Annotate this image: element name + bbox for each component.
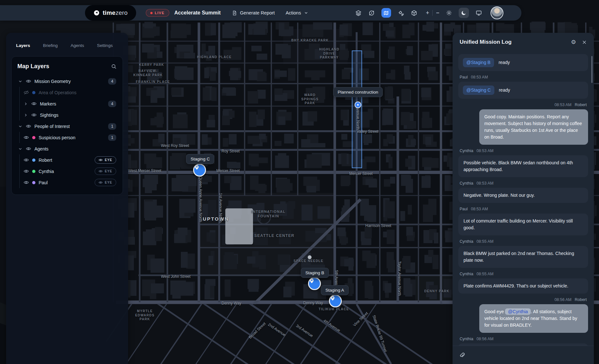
message: Cynthia08:53 AM Possible vehicle. Black … bbox=[458, 149, 588, 177]
moon-icon[interactable] bbox=[459, 8, 469, 18]
layer-label: Area of Operations bbox=[39, 90, 77, 95]
sun-icon[interactable] bbox=[446, 10, 452, 16]
layer-label: People of Interest bbox=[34, 124, 70, 129]
mention-chip[interactable]: @Staging C bbox=[463, 86, 494, 95]
follow-eye-button[interactable]: EYE bbox=[95, 156, 116, 164]
eye-icon[interactable] bbox=[31, 101, 37, 106]
chevron-right-icon[interactable] bbox=[23, 102, 28, 106]
tab-layers[interactable]: Layers bbox=[16, 43, 30, 48]
message: 08:56 AMRobert Good eye @Cynthia. All st… bbox=[458, 297, 588, 333]
location-pin-icon bbox=[309, 278, 314, 284]
eye-off-icon[interactable] bbox=[23, 90, 29, 95]
actions-dropdown[interactable]: Actions bbox=[286, 10, 309, 15]
eye-icon[interactable] bbox=[26, 123, 31, 129]
layer-item-people-of-interest[interactable]: People of Interest 1 bbox=[16, 121, 118, 132]
tab-briefing[interactable]: Briefing bbox=[43, 43, 58, 48]
top-navbar: timezero LIVE Accelerate Summit Generate… bbox=[0, 5, 521, 21]
gear-icon[interactable]: ⚙ bbox=[571, 39, 576, 45]
message-list[interactable]: @Staging B ready Paul08:53 AM @Staging C… bbox=[453, 51, 594, 346]
layer-label: Suspicious person bbox=[39, 135, 75, 140]
staging-b-tooltip: Staging B bbox=[301, 268, 329, 278]
layer-color-dot bbox=[32, 91, 35, 94]
navigation-arrow-icon bbox=[93, 10, 100, 16]
eye-icon[interactable] bbox=[23, 135, 29, 140]
layer-color-dot bbox=[32, 136, 35, 139]
search-icon[interactable] bbox=[111, 64, 117, 69]
panel-title: Map Layers bbox=[17, 63, 49, 70]
layer-item-sightings[interactable]: Sightings bbox=[22, 109, 118, 121]
location-pin-icon bbox=[330, 296, 335, 301]
sidebar-tabs: Layers Briefing Agents Settings bbox=[6, 33, 128, 48]
agent-label: Robert bbox=[39, 158, 52, 163]
chevron-right-icon[interactable] bbox=[23, 113, 28, 117]
user-avatar[interactable] bbox=[491, 6, 503, 19]
chevron-down-icon[interactable] bbox=[18, 147, 23, 151]
count-badge: 4 bbox=[108, 78, 116, 85]
map-icon[interactable] bbox=[381, 8, 391, 18]
staging-c-marker[interactable] bbox=[193, 164, 206, 177]
message-composer[interactable] bbox=[453, 346, 594, 364]
generate-report-button[interactable]: Generate Report bbox=[232, 10, 275, 16]
message: Cynthia08:55 AM Black BMW just parked on… bbox=[458, 239, 588, 268]
eye-icon[interactable] bbox=[26, 146, 31, 151]
layer-item-mission-geometry[interactable]: Mission Geometry 4 bbox=[16, 76, 118, 87]
eye-icon[interactable] bbox=[23, 157, 29, 163]
brand-logo[interactable]: timezero bbox=[85, 5, 136, 21]
layers-icon[interactable] bbox=[355, 10, 362, 16]
mention-chip[interactable]: @Cynthia bbox=[505, 308, 531, 315]
paperclip-icon[interactable] bbox=[459, 352, 465, 358]
layer-item-area-of-operations[interactable]: Area of Operations bbox=[22, 87, 118, 98]
message: 08:53 AMRobert Good copy. Maintain posit… bbox=[458, 103, 588, 145]
scrollbar[interactable] bbox=[591, 56, 593, 83]
brand-wordmark: timezero bbox=[103, 9, 128, 16]
agent-color-dot bbox=[32, 170, 35, 173]
tab-agents[interactable]: Agents bbox=[70, 43, 84, 48]
eye-icon[interactable] bbox=[31, 112, 37, 118]
chevron-down-icon[interactable] bbox=[18, 124, 23, 128]
layer-item-agent-cynthia[interactable]: Cynthia EYE bbox=[22, 166, 118, 177]
layer-label: Sightings bbox=[40, 113, 59, 118]
construction-zone[interactable] bbox=[352, 51, 362, 168]
agent-label: Cynthia bbox=[39, 169, 54, 174]
cube-icon[interactable] bbox=[411, 10, 417, 16]
mention-chip[interactable]: @Staging B bbox=[463, 58, 494, 67]
count-badge: 4 bbox=[108, 101, 116, 107]
message: Cynthia08:56 AM Driver exiting vehicle n… bbox=[458, 337, 588, 346]
left-sidebar: Layers Briefing Agents Settings Map Laye… bbox=[6, 33, 128, 364]
satellite-icon[interactable] bbox=[398, 10, 404, 16]
agent-color-dot bbox=[32, 159, 35, 162]
zoom-out-button[interactable]: − bbox=[436, 10, 439, 16]
message: Paul08:53 AM @Staging C ready bbox=[458, 75, 588, 99]
staging-c-tooltip: Staging C bbox=[186, 154, 214, 164]
orbit-icon[interactable] bbox=[368, 10, 375, 16]
map-zoom-control: + − bbox=[426, 10, 439, 16]
close-icon[interactable] bbox=[582, 40, 587, 45]
zoom-in-button[interactable]: + bbox=[426, 10, 429, 16]
layer-item-agent-robert[interactable]: Robert EYE bbox=[22, 154, 118, 166]
follow-eye-button[interactable]: EYE bbox=[95, 179, 116, 186]
eye-icon[interactable] bbox=[23, 180, 29, 185]
layer-label: Mission Geometry bbox=[34, 79, 71, 84]
chevron-down-icon[interactable] bbox=[18, 79, 23, 83]
tab-settings[interactable]: Settings bbox=[97, 43, 113, 48]
eye-icon bbox=[98, 180, 103, 185]
count-badge: 1 bbox=[108, 134, 116, 141]
staging-a-marker[interactable] bbox=[329, 295, 342, 307]
staging-b-marker[interactable] bbox=[308, 277, 321, 290]
mission-log-title: Unified Mission Log bbox=[460, 39, 512, 45]
mission-title: Accelerate Summit bbox=[174, 10, 221, 16]
eye-icon bbox=[98, 158, 103, 162]
layer-item-markers[interactable]: Markers 4 bbox=[22, 98, 118, 109]
layer-item-agents[interactable]: Agents bbox=[16, 143, 118, 154]
agent-color-dot bbox=[32, 181, 35, 184]
construction-marker[interactable] bbox=[355, 102, 361, 108]
layer-item-agent-paul[interactable]: Paul EYE bbox=[22, 177, 118, 188]
divider bbox=[432, 10, 433, 16]
layer-item-suspicious-person[interactable]: Suspicious person 1 bbox=[22, 132, 118, 143]
monitor-icon[interactable] bbox=[475, 10, 482, 16]
count-badge: 1 bbox=[108, 123, 116, 130]
eye-icon[interactable] bbox=[23, 168, 29, 174]
follow-eye-button[interactable]: EYE bbox=[95, 168, 116, 175]
agent-label: Paul bbox=[39, 180, 48, 185]
eye-icon[interactable] bbox=[26, 78, 31, 84]
